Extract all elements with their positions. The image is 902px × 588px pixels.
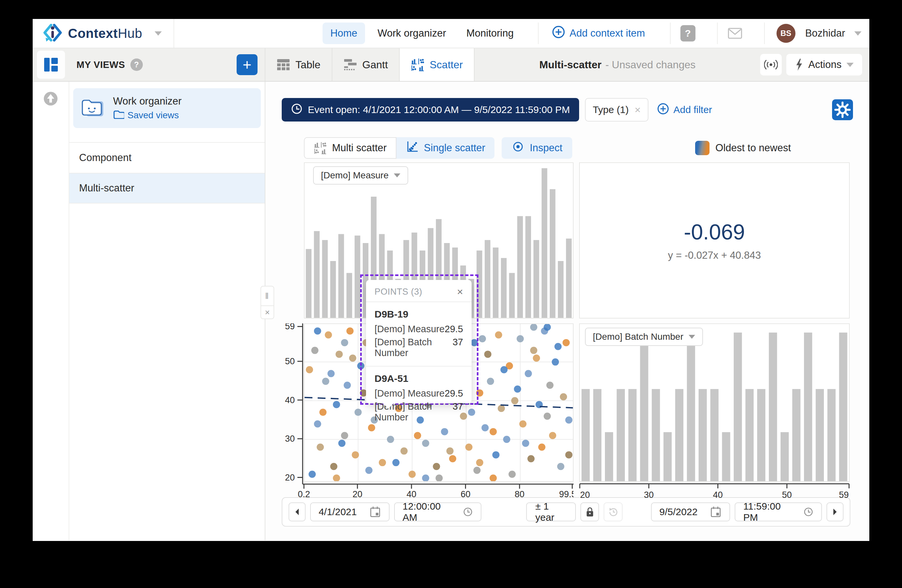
y-axis-tick-label: 30 [285,434,295,444]
point-name: D9A-51 [374,373,463,384]
my-views-help-icon[interactable]: ? [130,58,143,71]
histogram-bar [314,231,319,318]
view-title: Multi-scatter [539,59,601,71]
user-name[interactable]: Bozhidar [805,27,845,39]
scatter-point [333,475,340,482]
inspect-button[interactable]: Inspect [502,137,572,159]
sidebar-resize-grip[interactable]: ‖ [260,286,274,306]
chevron-left-icon [294,508,300,516]
scatter-point [414,432,421,439]
reset-range-button[interactable] [604,502,622,521]
points-tooltip: POINTS (3) × D9B-19 [Demo] Measure 29.5 … [366,280,471,403]
histogram-bar [827,389,836,481]
remove-type-filter-icon[interactable]: × [635,104,641,116]
chart-settings-button[interactable] [832,99,853,120]
start-date-field[interactable]: 4/1/2021 [310,502,390,521]
user-menu-caret-icon[interactable] [854,31,861,36]
view-item-multi-scatter[interactable]: Multi-scatter [69,173,265,203]
broadcast-button[interactable] [760,54,782,75]
histogram-bar [542,168,547,318]
views-list: Component Multi-scatter [69,142,265,203]
metric-label: [Demo] Measure [374,324,445,335]
lock-range-button[interactable] [580,502,599,521]
tab-label: Table [296,59,321,71]
brand-caret-icon[interactable] [155,31,162,36]
histogram-bar [745,389,754,481]
chevron-right-icon [832,508,838,516]
help-icon[interactable]: ? [680,25,695,42]
history-icon [607,506,619,518]
event-open-filter-pill[interactable]: Event open: 4/1/2021 12:00:00 AM — 9/5/2… [282,98,579,122]
metric-value: 29.5 [445,324,463,335]
histogram-bar [711,389,719,481]
end-time-field[interactable]: 11:59:00 PM [734,502,822,521]
start-time-field[interactable]: 12:00:00 AM [394,502,481,521]
circle-plus-icon [657,103,669,117]
add-filter-button[interactable]: Add filter [657,103,712,117]
scatter-point [562,339,570,346]
range-size-button[interactable]: ± 1 year [526,502,576,521]
brand-name: ContextHub [68,26,142,41]
type-filter-pill[interactable]: Type (1) × [585,98,649,122]
work-organizer-card[interactable]: Work organizer Saved views [73,88,261,128]
add-context-item-button[interactable]: Add context item [543,25,654,42]
histogram-bar [593,389,601,481]
views-rail-button[interactable] [37,51,65,79]
histogram-bar [581,389,590,481]
tab-scatter[interactable]: Scatter [400,48,474,81]
scatter-controls-row: Multi scatter Single scatter Inspect [304,137,791,159]
scatter-point [481,424,489,432]
nav-home[interactable]: Home [323,22,365,44]
saved-views-link[interactable]: Saved views [113,110,182,121]
scatter-point [330,463,337,470]
scatter-point [319,409,326,416]
start-date-value: 4/1/2021 [319,506,357,518]
metric-value: 29.5 [445,388,463,399]
y-axis-tick-label: 40 [285,395,295,405]
shift-range-forward-button[interactable] [827,502,844,521]
scatter-point [565,416,573,424]
histogram-bar [617,389,625,481]
shift-range-back-button[interactable] [288,502,305,521]
tab-gantt[interactable]: Gantt [332,48,400,81]
scatter-point [560,393,567,400]
table-icon [277,58,290,71]
end-date-field[interactable]: 9/5/2022 [651,502,730,521]
single-scatter-toggle[interactable]: Single scatter [396,137,495,159]
histogram-bar [640,333,648,481]
top-bar: ContextHub Home Work organizer Monitorin… [33,19,869,48]
add-filter-label: Add filter [673,104,712,115]
measure-field-dropdown[interactable]: [Demo] Measure [313,166,408,185]
y-axis-tick-label: 50 [285,357,295,366]
brand-logo[interactable]: ContextHub [42,22,162,44]
point-metric-row: [Demo] Batch Number 37 [374,337,463,358]
left-rail [33,82,69,540]
scatter-point [349,355,356,361]
scatter-point [544,413,551,420]
view-item-component[interactable]: Component [69,142,265,173]
scatter-point [400,447,407,455]
contexthub-logo-icon [42,22,63,44]
age-legend: Oldest to newest [695,141,791,155]
nav-monitoring[interactable]: Monitoring [459,22,521,44]
tooltip-close-icon[interactable]: × [457,286,463,297]
user-avatar[interactable]: BS [777,24,796,43]
sidebar-collapse-button[interactable]: × [260,306,274,319]
messages-icon[interactable] [728,27,742,39]
batch-field-dropdown[interactable]: [Demo] Batch Number [585,328,703,346]
histogram-bar [338,234,344,318]
point-metric-row: [Demo] Measure 29.5 [374,324,463,335]
multi-scatter-icon [411,58,424,72]
tab-table[interactable]: Table [265,48,332,81]
multi-scatter-toggle[interactable]: Multi scatter [304,137,396,159]
point-metric-row: [Demo] Measure 29.5 [374,388,463,399]
scatter-point [333,401,340,408]
upload-views-icon[interactable] [42,90,59,540]
metric-value: 37 [453,337,463,358]
add-view-button[interactable]: + [236,54,258,75]
x-axis-tick-label: 0.2 [298,489,310,498]
topbar-divider [174,19,174,48]
nav-work-organizer[interactable]: Work organizer [370,22,454,44]
type-filter-label: Type (1) [593,104,629,115]
actions-button[interactable]: Actions [786,54,862,75]
